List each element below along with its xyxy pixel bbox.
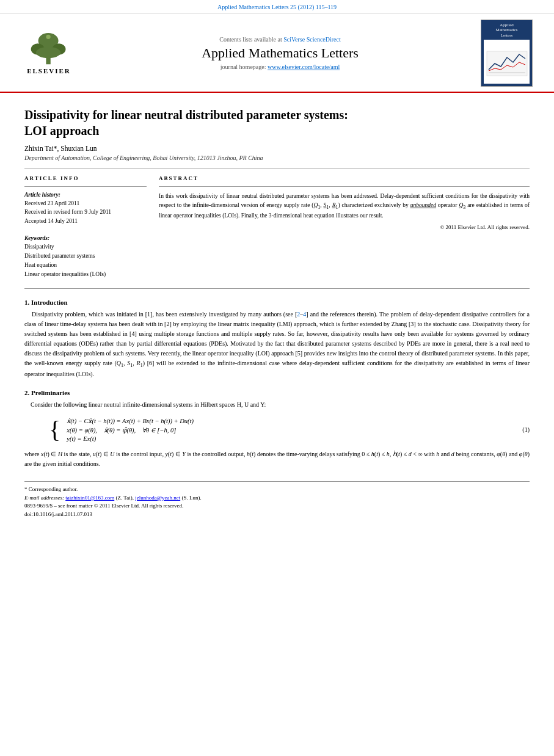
cover-title-text: AppliedMathematicsLetters — [495, 23, 517, 38]
body-divider — [24, 288, 530, 289]
paper-title: Dissipativity for linear neutral distrib… — [24, 107, 530, 139]
elsevier-logo: ELSEVIER — [18, 32, 79, 75]
accepted-date: Accepted 14 July 2011 — [24, 217, 147, 225]
eq-line-2: x(θ) = φ(θ), ẋ(θ) = φ̄(θ), ∀θ ∈ [−h, 0] — [67, 426, 194, 434]
equation-number-1: (1) — [522, 426, 530, 433]
journal-title-area: Contents lists available at SciVerse Sci… — [79, 36, 481, 70]
sciverse-link[interactable]: SciVerse ScienceDirect — [283, 36, 341, 43]
keyword-2: Distributed parameter systems — [24, 252, 147, 261]
received-date: Received 23 April 2011 — [24, 199, 147, 208]
abstract-divider — [159, 186, 530, 187]
intro-body: Dissipativity problem, which was initiat… — [24, 310, 530, 380]
equation-1: { ẋ(t) − Cẋ(t − h(t)) = Ax(t) + Bx(t − h… — [49, 417, 194, 442]
journal-cover-area: AppliedMathematicsLetters — [481, 20, 536, 87]
homepage-line: journal homepage: www.elsevier.com/locat… — [79, 64, 481, 70]
elsevier-tree-icon — [24, 32, 73, 66]
equation-lines: ẋ(t) − Cẋ(t − h(t)) = Ax(t) + Bx(t − h(t… — [67, 417, 194, 442]
elsevier-wordmark: ELSEVIER — [27, 67, 71, 75]
eq-line-3: y(t) = Ex(t) — [67, 435, 194, 442]
issn-line: 0893-9659/$ – see front matter © 2011 El… — [24, 502, 530, 511]
homepage-link[interactable]: www.elsevier.com/locate/aml — [268, 64, 340, 70]
cover-chart-icon — [486, 45, 528, 79]
keyword-3: Heat equation — [24, 261, 147, 270]
main-content: Dissipativity for linear neutral distrib… — [0, 93, 554, 531]
ref2-link[interactable]: 2 — [297, 311, 300, 318]
authors: Zhixin Tai*, Shuxian Lun — [24, 145, 530, 152]
journal-title: Applied Mathematics Letters — [79, 45, 481, 61]
keywords-list: Dissipativity Distributed parameter syst… — [24, 242, 147, 280]
elsevier-logo-area: ELSEVIER — [18, 32, 79, 75]
affiliation: Department of Automation, College of Eng… — [24, 154, 530, 161]
journal-cover: AppliedMathematicsLetters — [481, 20, 533, 87]
svg-point-4 — [36, 46, 60, 57]
journal-header: ELSEVIER Contents lists available at Sci… — [0, 13, 554, 93]
journal-citation-header: Applied Mathematics Letters 25 (2012) 11… — [0, 0, 554, 13]
prelim-section-title: 2. Preliminaries — [24, 389, 530, 396]
ref4-link[interactable]: 4 — [303, 311, 306, 318]
article-history-label: Article history: — [24, 192, 147, 198]
email-link-1[interactable]: taizhixin01@163.com — [65, 495, 114, 501]
email-link-2[interactable]: jzlunhoda@yeah.net — [135, 495, 180, 501]
footnotes: * Corresponding author. E-mail addresses… — [24, 481, 530, 518]
cover-image — [484, 40, 530, 84]
email-line: E-mail addresses: taizhixin01@163.com (Z… — [24, 494, 530, 503]
keywords-label: Keywords: — [24, 235, 147, 241]
intro-section-title: 1. Introduction — [24, 299, 530, 306]
abstract-column: ABSTRACT In this work dissipativity of l… — [159, 175, 530, 280]
svg-rect-0 — [46, 57, 50, 64]
doi-line: doi:10.1016/j.aml.2011.07.013 — [24, 511, 530, 519]
article-info-abstract: ARTICLE INFO Article history: Received 2… — [24, 175, 530, 280]
copyright-notice: © 2011 Elsevier Ltd. All rights reserved… — [159, 224, 530, 230]
revised-date: Received in revised form 9 July 2011 — [24, 208, 147, 216]
eq-line-1: ẋ(t) − Cẋ(t − h(t)) = Ax(t) + Bx(t − h(t… — [67, 417, 194, 424]
svg-point-5 — [46, 34, 50, 38]
brace-symbol: { — [49, 418, 60, 442]
abstract-heading: ABSTRACT — [159, 175, 530, 181]
contents-line: Contents lists available at SciVerse Sci… — [79, 36, 481, 43]
abstract-text: In this work dissipativity of linear neu… — [159, 192, 530, 220]
equation-1-block: { ẋ(t) − Cẋ(t − h(t)) = Ax(t) + Bx(t − h… — [49, 417, 530, 442]
keyword-1: Dissipativity — [24, 242, 147, 252]
prelim-intro-text: Consider the following linear neutral in… — [24, 400, 530, 410]
article-info-column: ARTICLE INFO Article history: Received 2… — [24, 175, 147, 280]
keyword-4: Linear operator inequalities (LOIs) — [24, 270, 147, 279]
corresponding-author-note: * Corresponding author. — [24, 485, 530, 494]
after-equation-text: where x(t) ∈ H is the state, u(t) ∈ U is… — [24, 449, 530, 469]
header-divider — [24, 169, 530, 169]
journal-citation: Applied Mathematics Letters 25 (2012) 11… — [217, 4, 337, 10]
article-info-heading: ARTICLE INFO — [24, 175, 147, 181]
svg-rect-6 — [487, 51, 527, 76]
info-divider — [24, 186, 147, 187]
